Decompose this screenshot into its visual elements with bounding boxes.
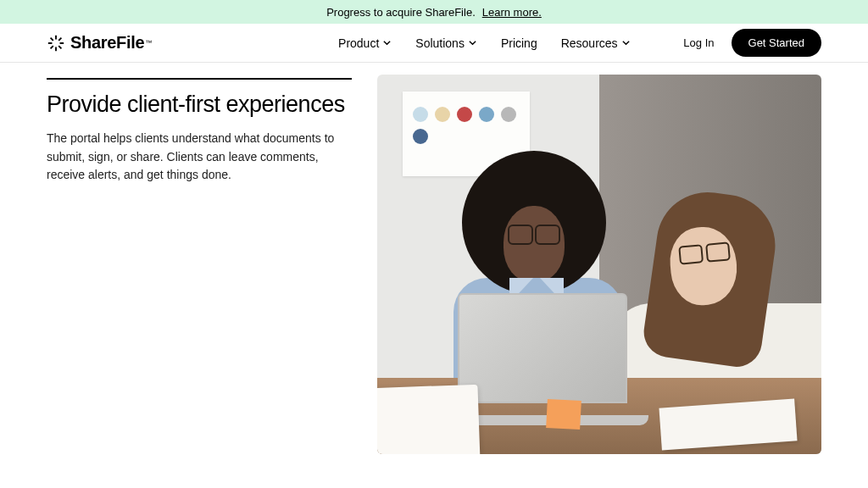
header-actions: Log In Get Started — [683, 29, 821, 57]
nav-resources[interactable]: Resources — [561, 36, 631, 50]
nav-product[interactable]: Product — [338, 36, 392, 50]
nav-pricing[interactable]: Pricing — [501, 36, 537, 50]
logo-trademark: ™ — [145, 39, 152, 47]
logo[interactable]: ShareFile™ — [47, 33, 152, 53]
site-header: ShareFile™ Product Solutions Pricing Res… — [0, 24, 868, 63]
chevron-down-icon — [382, 38, 392, 47]
main-content: Provide client-first experiences The por… — [0, 63, 868, 454]
banner-text: Progress to acquire ShareFile. — [326, 6, 476, 19]
chevron-down-icon — [468, 38, 477, 47]
nav-label: Resources — [561, 36, 618, 50]
text-column: Provide client-first experiences The por… — [47, 63, 352, 454]
hero-image — [377, 75, 821, 454]
login-link[interactable]: Log In — [683, 36, 714, 49]
main-nav: Product Solutions Pricing Resources — [338, 36, 631, 50]
section-heading: Provide client-first experiences — [47, 92, 352, 118]
get-started-button[interactable]: Get Started — [732, 29, 821, 57]
announcement-banner: Progress to acquire ShareFile. Learn mor… — [0, 0, 868, 24]
banner-learn-more-link[interactable]: Learn more. — [482, 6, 542, 19]
section-divider — [47, 78, 352, 80]
chevron-down-icon — [621, 38, 631, 47]
logo-text: ShareFile — [70, 33, 144, 53]
nav-label: Pricing — [501, 36, 537, 50]
nav-label: Product — [338, 36, 379, 50]
logo-burst-icon — [47, 34, 65, 53]
image-column — [377, 63, 821, 454]
nav-solutions[interactable]: Solutions — [415, 36, 477, 50]
nav-label: Solutions — [415, 36, 465, 50]
section-body: The portal helps clients understand what… — [47, 130, 352, 185]
